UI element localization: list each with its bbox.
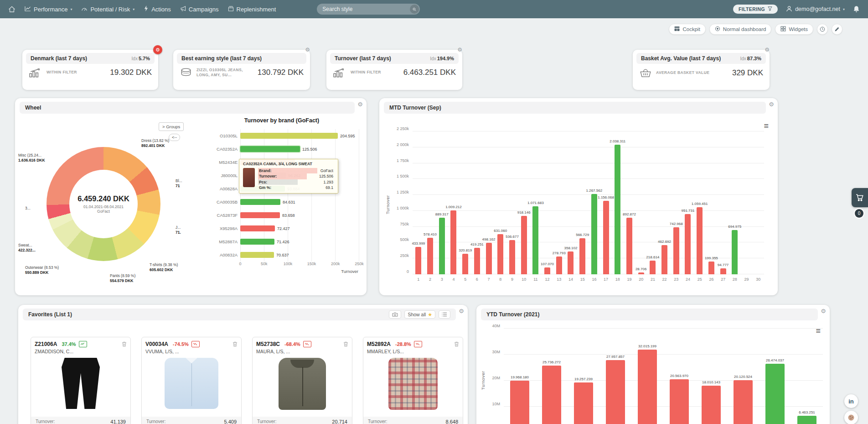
cockpit-button[interactable]: Cockpit — [669, 24, 705, 35]
trend-chart-icon — [414, 341, 422, 347]
chart-bar[interactable] — [510, 381, 529, 424]
chart-bar[interactable] — [579, 238, 585, 274]
chart-bar[interactable] — [734, 380, 753, 424]
user-menu[interactable]: demo@gofact.net ▾ — [786, 5, 845, 13]
home-icon[interactable] — [8, 6, 16, 12]
chart-bar[interactable] — [708, 262, 714, 274]
chart-bar[interactable] — [650, 261, 656, 274]
turnover-by-brand-chart: Turnover by brand (GoFact) O10305L204.59… — [199, 117, 364, 274]
gridline — [413, 147, 764, 147]
chart-bar[interactable] — [765, 364, 785, 424]
chart-bar[interactable] — [603, 201, 609, 274]
linkedin-button[interactable]: in — [844, 394, 858, 408]
brand-bar[interactable] — [240, 252, 274, 258]
search-icon[interactable] — [410, 5, 419, 14]
chart-bar[interactable] — [415, 247, 421, 274]
brand-bar[interactable] — [240, 239, 274, 245]
nav-replenishment[interactable]: Replenishment — [228, 6, 276, 13]
trash-icon[interactable] — [122, 341, 127, 347]
chart-bar[interactable] — [542, 366, 561, 424]
gear-icon[interactable]: ⚙ — [821, 308, 826, 314]
brand-chart-x-axis: 050k100k150k200k250k — [240, 262, 364, 267]
chart-bar[interactable] — [574, 382, 593, 424]
kpi-title: Turnover (last 7 days) — [335, 55, 391, 62]
chart-bar[interactable] — [474, 248, 480, 274]
chart-bar[interactable] — [797, 416, 816, 424]
nav-campaigns[interactable]: Campaigns — [180, 6, 219, 13]
show-all-button[interactable]: Show all ★ — [404, 310, 435, 319]
kpi-metric-label: AVERAGE BASKET VALUE — [656, 70, 709, 75]
trash-icon[interactable] — [232, 341, 238, 347]
chart-bar[interactable] — [673, 227, 679, 274]
chart-bar[interactable] — [556, 256, 562, 274]
brand-bar[interactable] — [240, 225, 275, 231]
gear-icon[interactable]: ⚙ — [153, 45, 162, 54]
chart-bar[interactable] — [606, 360, 625, 424]
chart-bar[interactable] — [702, 386, 721, 424]
chart-bar[interactable] — [638, 272, 644, 274]
nav-potential-risk[interactable]: Potential / Risk ▾ — [81, 6, 134, 13]
brand-bar[interactable] — [240, 146, 300, 152]
chart-bar[interactable] — [532, 206, 538, 274]
groups-button[interactable]: > Groups — [159, 122, 184, 131]
chart-bar[interactable] — [427, 238, 433, 274]
chart-bar[interactable] — [697, 207, 703, 274]
brand-bar[interactable] — [240, 199, 280, 205]
turnover-donut-chart[interactable] — [46, 147, 160, 261]
gear-icon[interactable]: ⚙ — [459, 308, 464, 314]
chart-bar[interactable] — [462, 254, 468, 274]
nav-actions[interactable]: Actions — [144, 5, 171, 13]
chart-bar[interactable] — [638, 350, 657, 424]
trash-icon[interactable] — [454, 341, 459, 347]
edit-dashboard-button[interactable] — [832, 24, 842, 35]
chart-bar[interactable] — [486, 243, 492, 274]
chart-bar[interactable] — [521, 216, 527, 274]
chart-bar[interactable] — [544, 267, 550, 274]
style-name: MAURA, L/S, ... — [256, 349, 348, 354]
trend-percentage: -68.4% — [284, 341, 300, 347]
search-input[interactable] — [317, 6, 420, 12]
chart-bar[interactable] — [661, 245, 667, 274]
chart-bar[interactable] — [497, 234, 503, 274]
widgets-grid-icon — [780, 26, 786, 32]
favorite-card[interactable]: M52892A-28.8%MMARLEY, L/S...Turnover:8.6… — [363, 337, 463, 424]
camera-button[interactable] — [389, 310, 401, 319]
cookie-settings-button[interactable] — [844, 411, 858, 424]
favorite-card[interactable]: Z21006A37.4%ZMADDISON, C...Turnover:41.1… — [31, 337, 131, 424]
x-tick: 15 — [577, 277, 589, 282]
normal-dashboard-button[interactable]: Normal dashboard — [709, 24, 772, 35]
history-clock-button[interactable] — [817, 24, 828, 35]
widgets-button[interactable]: Widgets — [775, 24, 813, 35]
chart-bar[interactable] — [509, 240, 515, 274]
chart-bar[interactable] — [732, 230, 738, 274]
chart-bar[interactable] — [450, 210, 456, 274]
filtering-button[interactable]: FILTERING — [733, 5, 778, 14]
chart-bar[interactable] — [615, 145, 620, 274]
list-view-button[interactable] — [439, 310, 450, 319]
cart-button[interactable] — [852, 188, 868, 207]
favorite-card[interactable]: V00034A-74.5%VVUMA, L/S, ...Turnover:5.4… — [141, 337, 242, 424]
chart-bar[interactable] — [439, 218, 445, 274]
gear-icon[interactable]: ⚙ — [457, 47, 462, 53]
chart-bar[interactable] — [685, 214, 691, 274]
brand-bar[interactable] — [240, 133, 338, 139]
trash-icon[interactable] — [343, 341, 348, 347]
nav-performance[interactable]: Performance ▾ — [25, 6, 72, 13]
chart-menu-icon[interactable]: ≡ — [764, 122, 769, 130]
gear-icon[interactable]: ⚙ — [765, 47, 770, 53]
chart-bar[interactable] — [720, 268, 726, 274]
turnover-label: Turnover: — [257, 419, 276, 424]
brand-bar[interactable] — [240, 212, 280, 218]
gear-icon[interactable]: ⚙ — [305, 47, 310, 53]
favorite-card[interactable]: M52738C-68.4%MAURA, L/S, ...Turnover:20.… — [252, 337, 352, 424]
brand-bar-value: 71.426 — [277, 240, 289, 244]
back-button[interactable]: <-- — [169, 134, 180, 141]
gear-icon[interactable]: ⚙ — [357, 101, 363, 108]
chart-bar[interactable] — [670, 379, 689, 424]
chart-bar[interactable] — [626, 218, 632, 274]
gear-icon[interactable]: ⚙ — [769, 101, 774, 108]
chart-bar[interactable] — [568, 251, 574, 274]
bell-icon[interactable] — [853, 5, 860, 13]
bar-value-label: 20.120.524 — [734, 375, 752, 379]
chart-bar[interactable] — [591, 194, 597, 274]
